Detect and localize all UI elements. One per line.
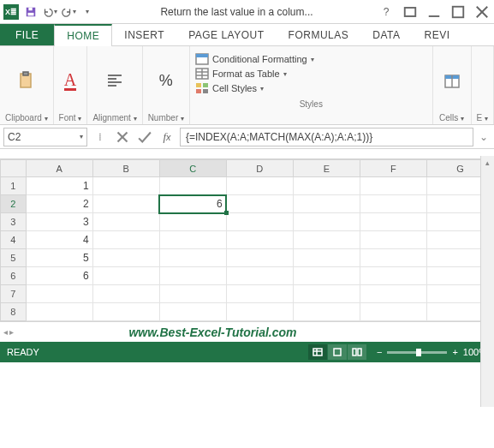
cells-button[interactable]	[438, 69, 466, 93]
cell-A1[interactable]: 1	[26, 177, 92, 195]
paste-button[interactable]	[13, 69, 40, 93]
scroll-up-icon[interactable]: ▴	[481, 156, 494, 170]
alignment-button[interactable]	[101, 69, 128, 93]
col-header-A[interactable]: A	[26, 160, 92, 177]
save-button[interactable]	[22, 3, 39, 21]
tab-home[interactable]: HOME	[54, 24, 112, 46]
cell-B7[interactable]	[92, 285, 159, 303]
cell-F6[interactable]	[360, 267, 426, 285]
font-button[interactable]: A	[61, 69, 80, 93]
close-button[interactable]	[473, 3, 491, 21]
cell-B2[interactable]	[92, 195, 159, 213]
tab-data[interactable]: DATA	[360, 24, 412, 45]
cell-D2[interactable]	[226, 195, 293, 213]
row-header-8[interactable]: 8	[1, 303, 27, 321]
cell-E8[interactable]	[293, 303, 360, 321]
page-layout-view-button[interactable]	[328, 344, 347, 360]
cell-E5[interactable]	[293, 249, 360, 267]
cell-D1[interactable]	[226, 177, 293, 195]
col-header-B[interactable]: B	[92, 160, 159, 177]
formula-input[interactable]: {=INDEX(A:A;MATCH(MAX(A:A);A:A;1))}	[180, 128, 473, 146]
cell-A8[interactable]	[26, 303, 92, 321]
cell-F3[interactable]	[360, 213, 426, 231]
zoom-out-button[interactable]: −	[377, 347, 382, 357]
row-header-5[interactable]: 5	[1, 249, 27, 267]
tab-file[interactable]: FILE	[0, 24, 54, 45]
tab-insert[interactable]: INSERT	[112, 24, 176, 45]
cell-C8[interactable]	[159, 303, 226, 321]
zoom-in-button[interactable]: +	[452, 347, 457, 357]
row-header-2[interactable]: 2	[1, 195, 27, 213]
row-header-6[interactable]: 6	[1, 267, 27, 285]
cell-B1[interactable]	[92, 177, 159, 195]
normal-view-button[interactable]	[308, 344, 327, 360]
cell-styles-button[interactable]: Cell Styles ▾	[195, 82, 427, 94]
col-header-C[interactable]: C	[159, 160, 226, 177]
cell-D6[interactable]	[226, 267, 293, 285]
cell-E3[interactable]	[293, 213, 360, 231]
cell-E4[interactable]	[293, 231, 360, 249]
cell-A2[interactable]: 2	[26, 195, 92, 213]
tab-formulas[interactable]: FORMULAS	[277, 24, 361, 45]
cell-D4[interactable]	[226, 231, 293, 249]
cell-F7[interactable]	[360, 285, 426, 303]
insert-function-button[interactable]: fx	[158, 128, 176, 146]
cell-C5[interactable]	[159, 249, 226, 267]
row-header-4[interactable]: 4	[1, 231, 27, 249]
cell-E6[interactable]	[293, 267, 360, 285]
cell-F5[interactable]	[360, 249, 426, 267]
cell-A3[interactable]: 3	[26, 213, 92, 231]
cell-D3[interactable]	[226, 213, 293, 231]
tab-review[interactable]: REVI	[412, 24, 461, 45]
cell-E2[interactable]	[293, 195, 360, 213]
name-box[interactable]: C2 ▾	[3, 128, 87, 146]
cell-E1[interactable]	[293, 177, 360, 195]
cell-B5[interactable]	[92, 249, 159, 267]
expand-formula-bar-button[interactable]: ⌄	[477, 131, 491, 143]
zoom-slider[interactable]	[387, 351, 447, 354]
cell-B8[interactable]	[92, 303, 159, 321]
cell-F1[interactable]	[360, 177, 426, 195]
vertical-scrollbar[interactable]: ▴	[480, 156, 494, 407]
qat-customize-button[interactable]: ▾	[79, 3, 96, 21]
cell-B6[interactable]	[92, 267, 159, 285]
cell-F2[interactable]	[360, 195, 426, 213]
cell-C6[interactable]	[159, 267, 226, 285]
select-all-cell[interactable]	[1, 160, 27, 177]
cell-A7[interactable]	[26, 285, 92, 303]
row-header-3[interactable]: 3	[1, 213, 27, 231]
col-header-D[interactable]: D	[226, 160, 293, 177]
enter-formula-button[interactable]	[135, 128, 154, 146]
cell-F8[interactable]	[360, 303, 426, 321]
sheet-nav[interactable]: ◂▸	[0, 327, 17, 337]
cancel-formula-button[interactable]	[113, 128, 132, 146]
cell-C4[interactable]	[159, 231, 226, 249]
cell-A5[interactable]: 5	[26, 249, 92, 267]
cell-B4[interactable]	[92, 231, 159, 249]
tab-page-layout[interactable]: PAGE LAYOUT	[176, 24, 276, 45]
maximize-button[interactable]	[449, 3, 467, 21]
cell-C3[interactable]	[159, 213, 226, 231]
minimize-button[interactable]	[426, 3, 443, 21]
format-as-table-button[interactable]: Format as Table ▾	[195, 68, 427, 80]
cell-A6[interactable]: 6	[26, 267, 92, 285]
page-break-view-button[interactable]	[348, 344, 366, 360]
col-header-E[interactable]: E	[293, 160, 360, 177]
cell-C1[interactable]	[159, 177, 226, 195]
cell-D7[interactable]	[226, 285, 293, 303]
formula-functions-dropdown[interactable]: ⁞	[91, 128, 110, 146]
redo-button[interactable]: ▾	[60, 3, 77, 21]
cell-F4[interactable]	[360, 231, 426, 249]
col-header-F[interactable]: F	[360, 160, 426, 177]
undo-button[interactable]: ▾	[41, 3, 58, 21]
cell-D8[interactable]	[226, 303, 293, 321]
cell-C2[interactable]: 6	[159, 195, 226, 213]
help-button[interactable]: ?	[378, 3, 395, 21]
cell-B3[interactable]	[92, 213, 159, 231]
worksheet-grid[interactable]: ABCDEFG112263344556678	[0, 159, 494, 321]
cell-C7[interactable]	[159, 285, 226, 303]
conditional-formatting-button[interactable]: Conditional Formatting ▾	[195, 53, 427, 65]
cell-E7[interactable]	[293, 285, 360, 303]
cell-A4[interactable]: 4	[26, 231, 92, 249]
ribbon-display-button[interactable]	[402, 3, 419, 21]
